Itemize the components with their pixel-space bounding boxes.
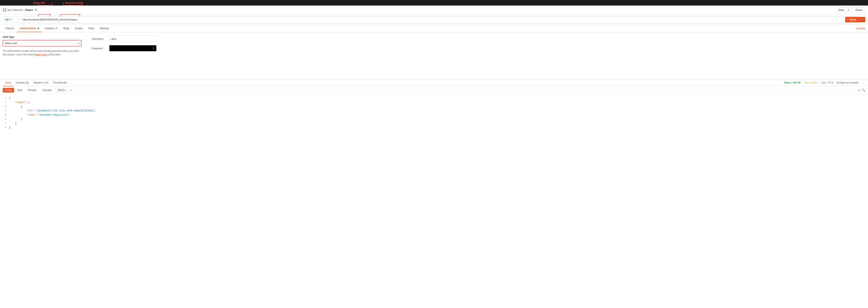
username-label: Username	[91, 37, 109, 40]
auth-type-value: Basic Auth	[5, 42, 17, 45]
format-select-arrow: ▾	[64, 89, 66, 92]
code-line-1: 1 {	[3, 96, 865, 100]
share-button[interactable]: Share	[852, 7, 865, 12]
code-line-6: 6 }	[3, 117, 865, 121]
header-bar: My Collection / Repos 🔗 Save ▾ Share	[0, 5, 868, 14]
format-tabs-row: Pretty Raw Preview Visualize JSON ▾ ⇌ ⧉ …	[0, 86, 868, 94]
breadcrumb-sep: /	[24, 8, 25, 11]
svg-rect-2	[3, 10, 4, 12]
search-button[interactable]: 🔍	[862, 89, 865, 92]
save-button[interactable]: Save	[836, 7, 847, 12]
password-wrapper: ⚠	[109, 45, 157, 52]
save-dropdown-button[interactable]: ▾	[846, 8, 851, 12]
header-right: Save ▾ Share	[836, 7, 865, 12]
auth-type-select[interactable]: Basic Auth	[3, 40, 82, 46]
request-tabs: Params Authorization Headers (8) Body Sc…	[0, 25, 868, 32]
code-line-8: 8 }	[3, 126, 865, 130]
filter-icon[interactable]: ⇌	[69, 89, 72, 92]
svg-rect-1	[5, 8, 6, 10]
auth-content: Auth Type Basic Auth ▾ The authorization…	[0, 32, 868, 79]
header-left: My Collection / Repos 🔗	[3, 8, 37, 12]
tab-authorization[interactable]: Authorization	[17, 25, 42, 32]
url-bar-wrapper: GET ▾ Send ▾	[0, 14, 868, 25]
auth-note-link[interactable]: Basic Auth	[35, 53, 46, 56]
breadcrumb: My Collection / Repos 🔗	[7, 8, 37, 11]
svg-rect-0	[3, 8, 4, 10]
tab-scripts[interactable]: Scripts	[72, 25, 85, 32]
send-button[interactable]: Send	[845, 17, 860, 23]
response-tab-headers[interactable]: Headers (16)	[31, 79, 51, 86]
save-example-button[interactable]: Save as example	[837, 81, 858, 84]
size-text: Size: 773 B	[821, 81, 833, 84]
auth-note-suffix: authorization.	[47, 53, 61, 56]
annotation-bar: Base URI Resource Path	[0, 0, 868, 5]
code-line-2: 2 "repos": [	[3, 100, 865, 105]
password-input[interactable]	[109, 45, 157, 52]
username-row: Username	[91, 36, 865, 42]
send-dropdown-button[interactable]: ▾	[860, 17, 865, 22]
tab-params[interactable]: Params	[3, 25, 17, 32]
code-line-7: 7 ]	[3, 122, 865, 126]
auth-type-panel: Auth Type Basic Auth ▾ The authorization…	[3, 36, 86, 76]
breadcrumb-page: Repos	[25, 8, 33, 11]
response-status-bar: Status: 200 OK Time: 10.30 s Size: 773 B…	[784, 81, 865, 84]
save-button-group: Save ▾	[836, 7, 851, 12]
copy-button[interactable]: ⧉	[858, 89, 860, 92]
auth-type-label: Auth Type	[3, 36, 82, 38]
tab-headers[interactable]: Headers (8)	[42, 25, 61, 32]
url-input[interactable]	[20, 16, 843, 23]
code-area: 1 { 2 "repos": [ 3 { 4 "id": "{6e99a976-…	[0, 94, 868, 132]
auth-active-dot	[38, 28, 39, 29]
status-text: Status: 200 OK	[784, 81, 801, 84]
link-icon[interactable]: 🔗	[34, 9, 37, 11]
grid-icon	[3, 8, 6, 12]
auth-note: The authorization header will be automat…	[3, 49, 82, 56]
response-tab-body[interactable]: Body	[3, 79, 13, 86]
svg-rect-3	[5, 10, 6, 12]
method-label: GET	[5, 18, 10, 21]
code-line-4: 4 "id": "{6e99a976-7c2c-4c3c-a8fb-ddb138…	[3, 109, 865, 113]
cookies-link[interactable]: Cookies	[856, 27, 865, 30]
tab-body[interactable]: Body	[61, 25, 72, 32]
save-example-icon	[837, 81, 839, 84]
fmt-tab-preview[interactable]: Preview	[25, 88, 39, 93]
send-button-group: Send ▾	[845, 17, 865, 23]
method-select[interactable]: GET ▾	[3, 17, 19, 23]
fmt-tab-pretty[interactable]: Pretty	[3, 88, 14, 93]
password-label: Password	[91, 47, 109, 50]
method-arrow-icon: ▾	[11, 19, 12, 21]
tab-settings[interactable]: Settings	[97, 25, 112, 32]
time-text: Time: 10.30 s	[804, 81, 818, 84]
code-line-5: 5 "name": "Standard-Repository"	[3, 113, 865, 117]
tab-tests[interactable]: Tests	[85, 25, 97, 32]
warning-icon: ⚠	[152, 47, 155, 50]
url-bar: GET ▾ Send ▾	[0, 14, 868, 25]
fmt-tab-visualize[interactable]: Visualize	[40, 88, 54, 93]
tabs-right: Cookies	[856, 27, 865, 30]
response-tab-test-results[interactable]: Test Results	[51, 79, 69, 86]
breadcrumb-collection: My Collection	[7, 8, 23, 11]
format-select[interactable]: JSON ▾	[55, 88, 68, 93]
password-row: Password ⚠	[91, 45, 865, 52]
fmt-tab-raw[interactable]: Raw	[15, 88, 25, 93]
format-actions: ⧉ 🔍	[858, 89, 865, 92]
username-input[interactable]	[109, 36, 157, 42]
format-select-value: JSON	[57, 89, 64, 92]
auth-credentials-panel: Username Password ⚠	[86, 36, 865, 76]
response-tab-cookies[interactable]: Cookies (1)	[13, 79, 31, 86]
code-line-3: 3 {	[3, 105, 865, 109]
more-options-button[interactable]: ···	[862, 81, 865, 84]
auth-select-wrapper: Basic Auth ▾	[3, 40, 82, 46]
response-tabs: Body Cookies (1) Headers (16) Test Resul…	[0, 79, 868, 86]
